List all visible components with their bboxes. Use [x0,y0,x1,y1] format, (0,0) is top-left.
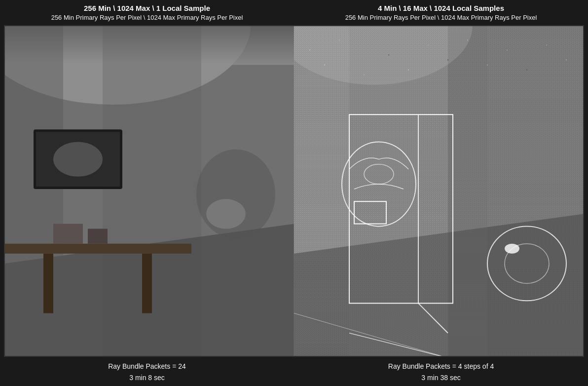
top-left-title: 256 Min \ 1024 Max \ 1 Local Sample [84,3,210,13]
svg-point-50 [467,39,468,40]
top-right-title: 4 Min \ 16 Max \ 1024 Local Samples [378,3,504,13]
bottom-left-line1: Ray Bundle Packets = 24 [108,361,186,372]
svg-rect-14 [142,254,152,313]
main-content [0,23,588,359]
svg-rect-12 [4,244,191,254]
svg-point-54 [546,44,547,45]
svg-point-49 [447,59,449,61]
svg-point-51 [487,64,488,65]
bottom-bar: Ray Bundle Packets = 24 3 min 8 sec Ray … [0,359,588,386]
render-panel [4,25,584,357]
svg-point-46 [388,54,389,55]
bottom-left-stats: Ray Bundle Packets = 24 3 min 8 sec [0,361,294,383]
bottom-right-line2: 3 min 38 sec [421,372,460,383]
svg-rect-16 [88,229,108,244]
bottom-left-line2: 3 min 8 sec [129,372,165,383]
bottom-right-line1: Ray Bundle Packets = 4 steps of 4 [388,361,494,372]
top-bar: 256 Min \ 1024 Max \ 1 Local Sample 256 … [0,0,588,23]
svg-point-55 [566,59,567,61]
svg-point-42 [309,49,310,50]
bottom-right-stats: Ray Bundle Packets = 4 steps of 4 3 min … [294,361,588,383]
svg-point-53 [526,70,527,71]
svg-point-48 [428,45,429,46]
svg-rect-13 [43,254,53,313]
top-left-panel: 256 Min \ 1024 Max \ 1 Local Sample 256 … [0,2,294,23]
render-image [4,25,584,357]
top-left-subtitle: 256 Min Primary Rays Per Pixel \ 1024 Ma… [51,13,243,22]
svg-point-44 [339,40,340,41]
svg-point-47 [408,70,409,71]
svg-point-18 [206,199,246,229]
svg-point-40 [505,244,519,254]
svg-rect-15 [53,224,83,244]
svg-rect-8 [4,25,63,357]
svg-point-45 [364,75,365,76]
svg-point-43 [324,64,325,65]
top-right-panel: 4 Min \ 16 Max \ 1024 Local Samples 256 … [294,2,588,23]
svg-point-52 [507,50,508,51]
top-right-subtitle: 256 Min Primary Rays Per Pixel \ 1024 Ma… [345,13,537,22]
svg-point-11 [53,142,103,177]
